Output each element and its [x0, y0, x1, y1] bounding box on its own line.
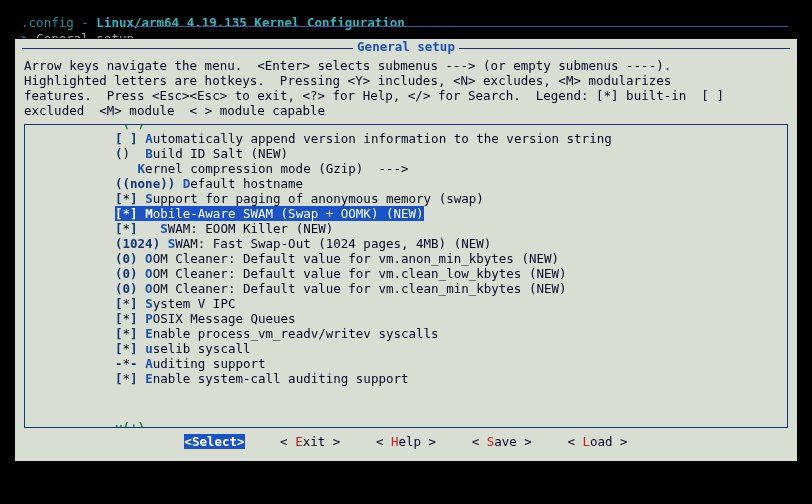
menu-item[interactable]: (0) OOM Cleaner: Default value for vm.cl…	[115, 281, 777, 296]
menu-item[interactable]: [*] SWAM: EOOM Killer (NEW)	[115, 221, 777, 236]
menu-item[interactable]: -*- Auditing support	[115, 356, 777, 371]
scroll-up-icon[interactable]: ^(-)	[115, 124, 145, 131]
menu-item[interactable]: ((none)) Default hostname	[115, 176, 777, 191]
help-text: Arrow keys navigate the menu. <Enter> se…	[22, 56, 790, 122]
menu-item[interactable]: Kernel compression mode (Gzip) --->	[115, 161, 777, 176]
menu-item[interactable]: (1024) SWAM: Fast Swap-Out (1024 pages, …	[115, 236, 777, 251]
menu-item[interactable]: [*] Support for paging of anonymous memo…	[115, 191, 777, 206]
menu-item[interactable]: [*] POSIX Message Queues	[115, 311, 777, 326]
scroll-down-icon[interactable]: v(+)	[115, 420, 145, 428]
menu-listbox[interactable]: ^(-) [ ] Automatically append version in…	[24, 124, 788, 428]
menu-item[interactable]: (0) OOM Cleaner: Default value for vm.cl…	[115, 266, 777, 281]
help-button[interactable]: < Help >	[376, 434, 436, 449]
menu-item[interactable]: [*] System V IPC	[115, 296, 777, 311]
dialog-window: General setup Arrow keys navigate the me…	[14, 38, 798, 462]
menu-item[interactable]: [*] Mobile-Aware SWAM (Swap + OOMK) (NEW…	[115, 206, 424, 221]
menu-item[interactable]: (0) OOM Cleaner: Default value for vm.an…	[115, 251, 777, 266]
titlebar: .config - Linux/arm64 4.19.135 Kernel Co…	[0, 0, 812, 16]
config-file-label: .config	[21, 15, 74, 30]
kernel-version: Linux/arm64 4.19.135 Kernel Configuratio…	[96, 15, 405, 30]
menu-item[interactable]: [*] uselib syscall	[115, 341, 777, 356]
menu-item[interactable]: [ ] Automatically append version informa…	[115, 131, 777, 146]
menu-item[interactable]: [*] Enable system-call auditing support	[115, 371, 777, 386]
save-button[interactable]: < Save >	[472, 434, 532, 449]
menu-item[interactable]: [*] Enable process_vm_readv/writev sysca…	[115, 326, 777, 341]
select-button[interactable]: <Select>	[184, 434, 244, 449]
menu-item[interactable]: () Build ID Salt (NEW)	[115, 146, 777, 161]
button-bar: <Select> < Exit > < Help > < Save > < Lo…	[22, 432, 790, 451]
exit-button[interactable]: < Exit >	[280, 434, 340, 449]
dialog-title: General setup	[353, 39, 459, 54]
load-button[interactable]: < Load >	[567, 434, 627, 449]
